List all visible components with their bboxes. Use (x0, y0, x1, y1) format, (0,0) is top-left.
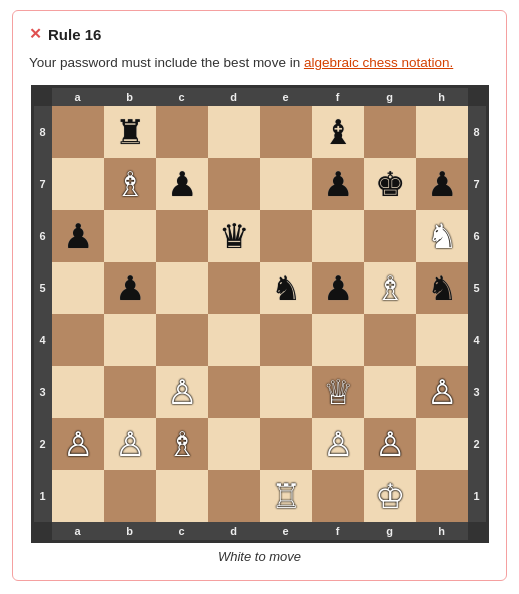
file-label-bot-g: g (364, 522, 416, 540)
square-a3 (52, 366, 104, 418)
square-d5 (208, 262, 260, 314)
piece-g2: ♙ (375, 427, 405, 461)
file-label-top-e: e (260, 88, 312, 106)
square-h2 (416, 418, 468, 470)
square-d6: ♛ (208, 210, 260, 262)
square-h6: ♞ (416, 210, 468, 262)
rank-row-6: 6♟♛♞6 (34, 210, 486, 262)
piece-b8: ♜ (115, 115, 145, 149)
piece-e1: ♖ (271, 479, 301, 513)
piece-h7: ♟ (427, 167, 457, 201)
square-e8 (260, 106, 312, 158)
file-label-top-c: c (156, 88, 208, 106)
square-e4 (260, 314, 312, 366)
file-label-top-h: h (416, 88, 468, 106)
file-label-top-d: d (208, 88, 260, 106)
square-a1 (52, 470, 104, 522)
square-g4 (364, 314, 416, 366)
piece-c3: ♙ (167, 375, 197, 409)
square-h7: ♟ (416, 158, 468, 210)
square-h4 (416, 314, 468, 366)
rank-row-2: 2♙♙♗♙♙2 (34, 418, 486, 470)
square-f2: ♙ (312, 418, 364, 470)
board-caption: White to move (218, 549, 301, 564)
square-g8 (364, 106, 416, 158)
piece-c2: ♗ (167, 427, 197, 461)
square-a8 (52, 106, 104, 158)
piece-a6: ♟ (63, 219, 93, 253)
file-label-top-b: b (104, 88, 156, 106)
square-a7 (52, 158, 104, 210)
square-f5: ♟ (312, 262, 364, 314)
piece-h3: ♙ (427, 375, 457, 409)
rank-label-right-6: 6 (468, 210, 486, 262)
board-container: abcdefgh8♜♝87♗♟♟♚♟76♟♛♞65♟♞♟♗♞5443♙♕♙32♙… (29, 85, 490, 564)
piece-f2: ♙ (323, 427, 353, 461)
square-g3 (364, 366, 416, 418)
square-b3 (104, 366, 156, 418)
rule-header: ✕ Rule 16 (29, 25, 490, 43)
file-label-bot-b: b (104, 522, 156, 540)
piece-f8: ♝ (323, 115, 353, 149)
square-c1 (156, 470, 208, 522)
square-b7: ♗ (104, 158, 156, 210)
rank-row-1: 1♖♔1 (34, 470, 486, 522)
square-c5 (156, 262, 208, 314)
square-d8 (208, 106, 260, 158)
rank-label-left-7: 7 (34, 158, 52, 210)
square-c2: ♗ (156, 418, 208, 470)
square-f6 (312, 210, 364, 262)
square-g7: ♚ (364, 158, 416, 210)
rank-row-5: 5♟♞♟♗♞5 (34, 262, 486, 314)
file-label-bot-f: f (312, 522, 364, 540)
square-e1: ♖ (260, 470, 312, 522)
rule-card: ✕ Rule 16 Your password must include the… (12, 10, 507, 581)
square-e3 (260, 366, 312, 418)
rank-label-right-3: 3 (468, 366, 486, 418)
square-h1 (416, 470, 468, 522)
piece-h5: ♞ (427, 271, 457, 305)
piece-b7: ♗ (115, 167, 145, 201)
square-h5: ♞ (416, 262, 468, 314)
square-h8 (416, 106, 468, 158)
piece-e5: ♞ (271, 271, 301, 305)
square-b6 (104, 210, 156, 262)
square-e7 (260, 158, 312, 210)
square-b8: ♜ (104, 106, 156, 158)
square-c8 (156, 106, 208, 158)
rank-label-left-1: 1 (34, 470, 52, 522)
rank-label-right-2: 2 (468, 418, 486, 470)
rule-description: Your password must include the best move… (29, 53, 490, 73)
rule-title: Rule 16 (48, 26, 101, 43)
square-e2 (260, 418, 312, 470)
square-a4 (52, 314, 104, 366)
x-icon: ✕ (29, 25, 42, 43)
square-f8: ♝ (312, 106, 364, 158)
square-a6: ♟ (52, 210, 104, 262)
square-f3: ♕ (312, 366, 364, 418)
piece-f7: ♟ (323, 167, 353, 201)
square-d1 (208, 470, 260, 522)
chess-board: abcdefgh8♜♝87♗♟♟♚♟76♟♛♞65♟♞♟♗♞5443♙♕♙32♙… (31, 85, 489, 543)
piece-f5: ♟ (323, 271, 353, 305)
square-d7 (208, 158, 260, 210)
square-a2: ♙ (52, 418, 104, 470)
square-e5: ♞ (260, 262, 312, 314)
file-label-bot-c: c (156, 522, 208, 540)
rank-row-3: 3♙♕♙3 (34, 366, 486, 418)
chess-notation-link[interactable]: algebraic chess notation. (304, 55, 453, 70)
file-label-bot-h: h (416, 522, 468, 540)
square-c4 (156, 314, 208, 366)
square-c3: ♙ (156, 366, 208, 418)
piece-b5: ♟ (115, 271, 145, 305)
square-g5: ♗ (364, 262, 416, 314)
file-label-bot-e: e (260, 522, 312, 540)
square-d4 (208, 314, 260, 366)
square-d2 (208, 418, 260, 470)
file-label-top-a: a (52, 88, 104, 106)
rank-label-right-8: 8 (468, 106, 486, 158)
rank-label-right-5: 5 (468, 262, 486, 314)
square-c7: ♟ (156, 158, 208, 210)
piece-c7: ♟ (167, 167, 197, 201)
piece-f3: ♕ (323, 375, 353, 409)
